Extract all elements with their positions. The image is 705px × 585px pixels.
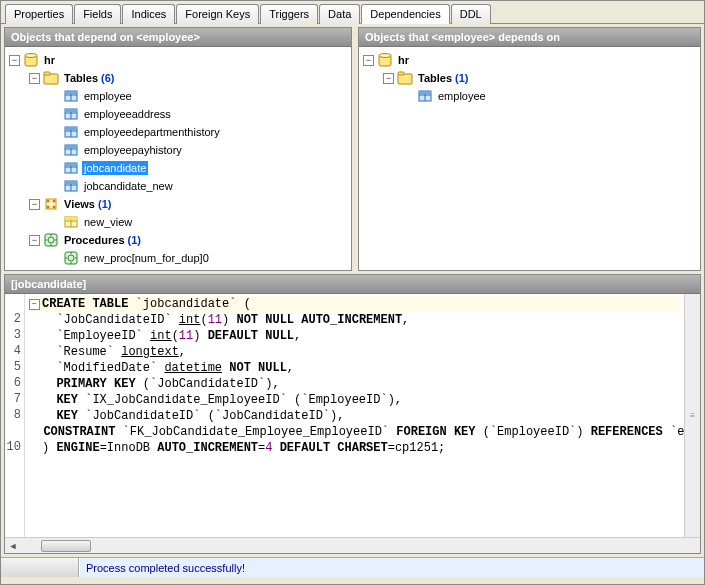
i-folder-icon [397, 70, 413, 86]
tree-group-views[interactable]: −Views (1) [29, 195, 347, 213]
sql-code[interactable]: −CREATE TABLE `jobcandidate` ( `JobCandi… [25, 294, 684, 537]
code-line: `JobCandidateID` int(11) NOT NULL AUTO_I… [29, 312, 680, 328]
i-table-icon [63, 88, 79, 104]
status-bar: Process completed successfully! [1, 557, 704, 577]
tree-item[interactable]: employee [49, 87, 347, 105]
status-left-cell [1, 558, 79, 577]
code-line: `ModifiedDate` datetime NOT NULL, [29, 360, 680, 376]
i-table-icon [63, 160, 79, 176]
code-line: KEY `JobCandidateID` (`JobCandidateID`), [29, 408, 680, 424]
item-label: employee [436, 89, 488, 103]
collapse-icon[interactable]: − [29, 73, 40, 84]
code-line: `EmployeeID` int(11) DEFAULT NULL, [29, 328, 680, 344]
code-line: ) ENGINE=InnoDB AUTO_INCREMENT=4 DEFAULT… [29, 440, 680, 456]
collapse-icon[interactable]: − [383, 73, 394, 84]
tab-ddl[interactable]: DDL [451, 4, 491, 24]
tab-properties[interactable]: Properties [5, 4, 73, 24]
tree-group-procedures[interactable]: −Procedures (1) [29, 231, 347, 249]
tab-dependencies[interactable]: Dependencies [361, 4, 449, 24]
item-label: employeedepartmenthistory [82, 125, 222, 139]
item-label: jobcandidate_new [82, 179, 175, 193]
tree-db-node[interactable]: −hr [9, 51, 347, 69]
code-line: `Resume` longtext, [29, 344, 680, 360]
scroll-left-icon[interactable]: ◄ [5, 541, 21, 551]
tree-item[interactable]: new_view [49, 213, 347, 231]
tree-item[interactable]: employeeaddress [49, 105, 347, 123]
depends-on-pane: Objects that depend on <employee> −hr−Ta… [4, 27, 352, 271]
item-label: employeeaddress [82, 107, 173, 121]
tab-foreign-keys[interactable]: Foreign Keys [176, 4, 259, 24]
horizontal-scrollbar[interactable]: ◄ [5, 537, 700, 553]
depended-by-pane: Objects that <employee> depends on −hr−T… [358, 27, 701, 271]
tab-bar: PropertiesFieldsIndicesForeign KeysTrigg… [1, 1, 704, 24]
collapse-icon[interactable]: − [29, 199, 40, 210]
sql-pane: [jobcandidate] 234567810 −CREATE TABLE `… [4, 274, 701, 554]
tree-item[interactable]: employeepayhistory [49, 141, 347, 159]
i-folder-icon [43, 70, 59, 86]
sql-title: [jobcandidate] [5, 275, 700, 294]
tree-group-tables[interactable]: −Tables (6) [29, 69, 347, 87]
i-proc-icon [43, 232, 59, 248]
code-line: PRIMARY KEY (`JobCandidateID`), [29, 376, 680, 392]
right-pane-title: Objects that <employee> depends on [359, 28, 700, 47]
tree-item[interactable]: jobcandidate [49, 159, 347, 177]
collapse-icon[interactable]: − [363, 55, 374, 66]
tree-item[interactable]: new_proc[num_for_dup]0 [49, 249, 347, 267]
db-label: hr [42, 53, 57, 67]
i-table-icon [63, 178, 79, 194]
tree-item[interactable]: employeedepartmenthistory [49, 123, 347, 141]
code-line: CONSTRAINT `FK_JobCandidate_Employee_Emp… [29, 424, 680, 440]
tab-fields[interactable]: Fields [74, 4, 121, 24]
collapse-icon[interactable]: − [9, 55, 20, 66]
fold-icon[interactable]: − [29, 299, 40, 310]
tree-group-tables[interactable]: −Tables (1) [383, 69, 696, 87]
tree-db-node[interactable]: −hr [363, 51, 696, 69]
tree-item[interactable]: employee [403, 87, 696, 105]
i-table-icon [63, 106, 79, 122]
left-pane-title: Objects that depend on <employee> [5, 28, 351, 47]
line-gutter: 234567810 [5, 294, 25, 537]
item-label: jobcandidate [82, 161, 148, 175]
item-label: new_proc[num_for_dup]0 [82, 251, 211, 265]
item-label: employee [82, 89, 134, 103]
i-table-icon [63, 124, 79, 140]
item-label: employeepayhistory [82, 143, 184, 157]
scroll-thumb[interactable] [41, 540, 91, 552]
code-line: KEY `IX_JobCandidate_EmployeeID` (`Emplo… [29, 392, 680, 408]
i-table-icon [63, 142, 79, 158]
group-label: Views (1) [62, 197, 114, 211]
i-db-icon [23, 52, 39, 68]
code-line: −CREATE TABLE `jobcandidate` ( [29, 296, 680, 312]
vert-scroll-margin: ≡ [684, 294, 700, 537]
i-proc-icon [63, 250, 79, 266]
group-label: Tables (1) [416, 71, 471, 85]
item-label: new_view [82, 215, 134, 229]
i-db-icon [377, 52, 393, 68]
i-table-icon [417, 88, 433, 104]
group-label: Procedures (1) [62, 233, 143, 247]
collapse-icon[interactable]: − [29, 235, 40, 246]
tree-item[interactable]: jobcandidate_new [49, 177, 347, 195]
status-message: Process completed successfully! [79, 558, 704, 577]
tab-data[interactable]: Data [319, 4, 360, 24]
right-tree[interactable]: −hr−Tables (1)employee [359, 47, 700, 270]
tab-triggers[interactable]: Triggers [260, 4, 318, 24]
tab-indices[interactable]: Indices [122, 4, 175, 24]
left-tree[interactable]: −hr−Tables (6)employeeemployeeaddressemp… [5, 47, 351, 270]
group-label: Tables (6) [62, 71, 117, 85]
i-view-icon [63, 214, 79, 230]
i-views-icon [43, 196, 59, 212]
db-label: hr [396, 53, 411, 67]
